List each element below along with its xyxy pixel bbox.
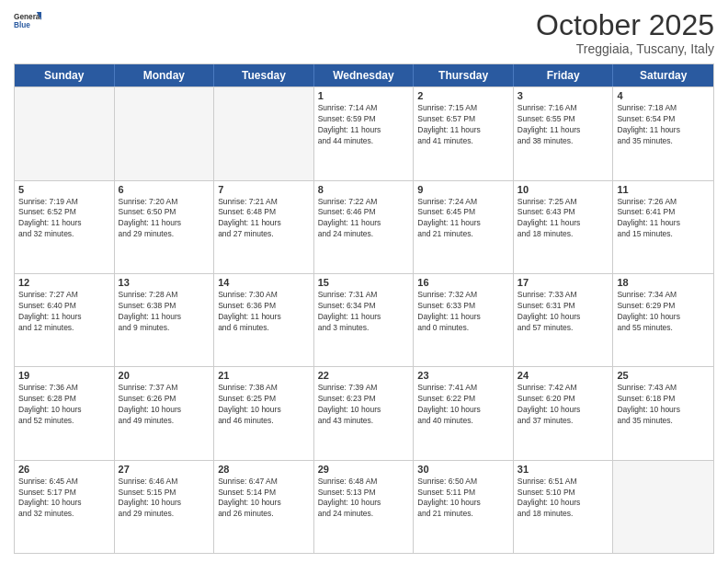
day-cell-3: 3Sunrise: 7:16 AM Sunset: 6:55 PM Daylig… xyxy=(514,87,614,179)
day-cell-17: 17Sunrise: 7:33 AM Sunset: 6:31 PM Dayli… xyxy=(514,274,614,366)
day-cell-1: 1Sunrise: 7:14 AM Sunset: 6:59 PM Daylig… xyxy=(314,87,415,179)
week-row-2: 12Sunrise: 7:27 AM Sunset: 6:40 PM Dayli… xyxy=(15,273,713,366)
week-row-0: 1Sunrise: 7:14 AM Sunset: 6:59 PM Daylig… xyxy=(15,86,713,179)
day-info: Sunrise: 7:25 AM Sunset: 6:43 PM Dayligh… xyxy=(518,197,609,241)
day-cell-4: 4Sunrise: 7:18 AM Sunset: 6:54 PM Daylig… xyxy=(613,87,713,179)
day-info: Sunrise: 7:26 AM Sunset: 6:41 PM Dayligh… xyxy=(617,197,710,241)
day-info: Sunrise: 7:19 AM Sunset: 6:52 PM Dayligh… xyxy=(18,197,110,241)
week-row-4: 26Sunrise: 6:45 AM Sunset: 5:17 PM Dayli… xyxy=(15,460,713,553)
day-info: Sunrise: 6:51 AM Sunset: 5:10 PM Dayligh… xyxy=(518,477,609,521)
day-info: Sunrise: 7:22 AM Sunset: 6:46 PM Dayligh… xyxy=(318,197,410,241)
day-cell-12: 12Sunrise: 7:27 AM Sunset: 6:40 PM Dayli… xyxy=(15,274,115,366)
day-header-sunday: Sunday xyxy=(15,64,115,86)
day-info: Sunrise: 7:15 AM Sunset: 6:57 PM Dayligh… xyxy=(417,103,509,147)
day-info: Sunrise: 6:50 AM Sunset: 5:11 PM Dayligh… xyxy=(417,477,509,521)
day-header-saturday: Saturday xyxy=(613,64,713,86)
week-row-3: 19Sunrise: 7:36 AM Sunset: 6:28 PM Dayli… xyxy=(15,366,713,459)
day-header-monday: Monday xyxy=(115,64,215,86)
day-number: 16 xyxy=(417,277,509,288)
title-area: October 2025 Treggiaia, Tuscany, Italy xyxy=(536,9,714,56)
day-info: Sunrise: 7:33 AM Sunset: 6:31 PM Dayligh… xyxy=(518,290,609,334)
day-cell-10: 10Sunrise: 7:25 AM Sunset: 6:43 PM Dayli… xyxy=(514,181,614,273)
day-info: Sunrise: 7:21 AM Sunset: 6:48 PM Dayligh… xyxy=(218,197,310,241)
day-info: Sunrise: 7:42 AM Sunset: 6:20 PM Dayligh… xyxy=(518,383,609,427)
day-number: 3 xyxy=(518,90,609,101)
day-cell-9: 9Sunrise: 7:24 AM Sunset: 6:45 PM Daylig… xyxy=(414,181,514,273)
day-cell-29: 29Sunrise: 6:48 AM Sunset: 5:13 PM Dayli… xyxy=(314,461,415,553)
day-cell-24: 24Sunrise: 7:42 AM Sunset: 6:20 PM Dayli… xyxy=(514,367,614,459)
day-header-thursday: Thursday xyxy=(414,64,514,86)
day-cell-20: 20Sunrise: 7:37 AM Sunset: 6:26 PM Dayli… xyxy=(115,367,215,459)
week-row-1: 5Sunrise: 7:19 AM Sunset: 6:52 PM Daylig… xyxy=(15,180,713,273)
calendar: SundayMondayTuesdayWednesdayThursdayFrid… xyxy=(14,63,714,554)
day-info: Sunrise: 7:28 AM Sunset: 6:38 PM Dayligh… xyxy=(119,290,210,334)
day-cell-27: 27Sunrise: 6:46 AM Sunset: 5:15 PM Dayli… xyxy=(115,461,215,553)
day-number: 1 xyxy=(318,90,410,101)
day-cell-empty xyxy=(15,87,115,179)
day-cell-30: 30Sunrise: 6:50 AM Sunset: 5:11 PM Dayli… xyxy=(414,461,514,553)
calendar-body: 1Sunrise: 7:14 AM Sunset: 6:59 PM Daylig… xyxy=(15,86,713,553)
day-info: Sunrise: 6:46 AM Sunset: 5:15 PM Dayligh… xyxy=(119,477,210,521)
day-number: 29 xyxy=(318,464,410,475)
svg-text:General: General xyxy=(14,13,41,21)
day-info: Sunrise: 7:37 AM Sunset: 6:26 PM Dayligh… xyxy=(119,383,210,427)
day-info: Sunrise: 7:16 AM Sunset: 6:55 PM Dayligh… xyxy=(518,103,609,147)
day-number: 8 xyxy=(318,184,410,195)
day-cell-6: 6Sunrise: 7:20 AM Sunset: 6:50 PM Daylig… xyxy=(115,181,215,273)
day-cell-7: 7Sunrise: 7:21 AM Sunset: 6:48 PM Daylig… xyxy=(214,181,314,273)
day-number: 27 xyxy=(119,464,210,475)
day-cell-2: 2Sunrise: 7:15 AM Sunset: 6:57 PM Daylig… xyxy=(414,87,514,179)
day-number: 28 xyxy=(218,464,310,475)
day-cell-5: 5Sunrise: 7:19 AM Sunset: 6:52 PM Daylig… xyxy=(15,181,115,273)
day-number: 15 xyxy=(318,277,410,288)
day-info: Sunrise: 7:20 AM Sunset: 6:50 PM Dayligh… xyxy=(119,197,210,241)
day-info: Sunrise: 7:43 AM Sunset: 6:18 PM Dayligh… xyxy=(617,383,710,427)
day-cell-8: 8Sunrise: 7:22 AM Sunset: 6:46 PM Daylig… xyxy=(314,181,415,273)
day-number: 4 xyxy=(617,90,710,101)
day-number: 7 xyxy=(218,184,310,195)
day-info: Sunrise: 6:47 AM Sunset: 5:14 PM Dayligh… xyxy=(218,477,310,521)
day-number: 13 xyxy=(119,277,210,288)
day-info: Sunrise: 6:48 AM Sunset: 5:13 PM Dayligh… xyxy=(318,477,410,521)
day-number: 11 xyxy=(617,184,710,195)
day-number: 18 xyxy=(617,277,710,288)
day-info: Sunrise: 7:34 AM Sunset: 6:29 PM Dayligh… xyxy=(617,290,710,334)
day-cell-25: 25Sunrise: 7:43 AM Sunset: 6:18 PM Dayli… xyxy=(613,367,713,459)
day-cell-empty xyxy=(115,87,215,179)
day-number: 31 xyxy=(518,464,609,475)
day-headers: SundayMondayTuesdayWednesdayThursdayFrid… xyxy=(15,64,713,86)
day-number: 30 xyxy=(417,464,509,475)
day-cell-19: 19Sunrise: 7:36 AM Sunset: 6:28 PM Dayli… xyxy=(15,367,115,459)
day-cell-16: 16Sunrise: 7:32 AM Sunset: 6:33 PM Dayli… xyxy=(414,274,514,366)
day-number: 10 xyxy=(518,184,609,195)
day-number: 12 xyxy=(18,277,110,288)
day-number: 19 xyxy=(18,370,110,381)
month-title: October 2025 xyxy=(536,9,714,41)
day-number: 9 xyxy=(417,184,509,195)
day-number: 23 xyxy=(417,370,509,381)
day-cell-15: 15Sunrise: 7:31 AM Sunset: 6:34 PM Dayli… xyxy=(314,274,415,366)
day-number: 21 xyxy=(218,370,310,381)
day-number: 17 xyxy=(518,277,609,288)
day-number: 25 xyxy=(617,370,710,381)
day-info: Sunrise: 7:14 AM Sunset: 6:59 PM Dayligh… xyxy=(318,103,410,147)
page: General Blue October 2025 Treggiaia, Tus… xyxy=(0,0,728,563)
svg-text:Blue: Blue xyxy=(14,21,30,29)
day-number: 6 xyxy=(119,184,210,195)
day-info: Sunrise: 7:36 AM Sunset: 6:28 PM Dayligh… xyxy=(18,383,110,427)
day-number: 14 xyxy=(218,277,310,288)
day-header-friday: Friday xyxy=(514,64,614,86)
location: Treggiaia, Tuscany, Italy xyxy=(536,41,714,56)
day-info: Sunrise: 7:18 AM Sunset: 6:54 PM Dayligh… xyxy=(617,103,710,147)
day-number: 2 xyxy=(417,90,509,101)
day-number: 24 xyxy=(518,370,609,381)
day-cell-21: 21Sunrise: 7:38 AM Sunset: 6:25 PM Dayli… xyxy=(214,367,314,459)
day-number: 5 xyxy=(18,184,110,195)
day-cell-empty xyxy=(613,461,713,553)
day-header-tuesday: Tuesday xyxy=(214,64,314,86)
day-cell-14: 14Sunrise: 7:30 AM Sunset: 6:36 PM Dayli… xyxy=(214,274,314,366)
day-info: Sunrise: 7:38 AM Sunset: 6:25 PM Dayligh… xyxy=(218,383,310,427)
day-cell-18: 18Sunrise: 7:34 AM Sunset: 6:29 PM Dayli… xyxy=(613,274,713,366)
day-header-wednesday: Wednesday xyxy=(314,64,415,86)
logo: General Blue xyxy=(14,9,41,37)
